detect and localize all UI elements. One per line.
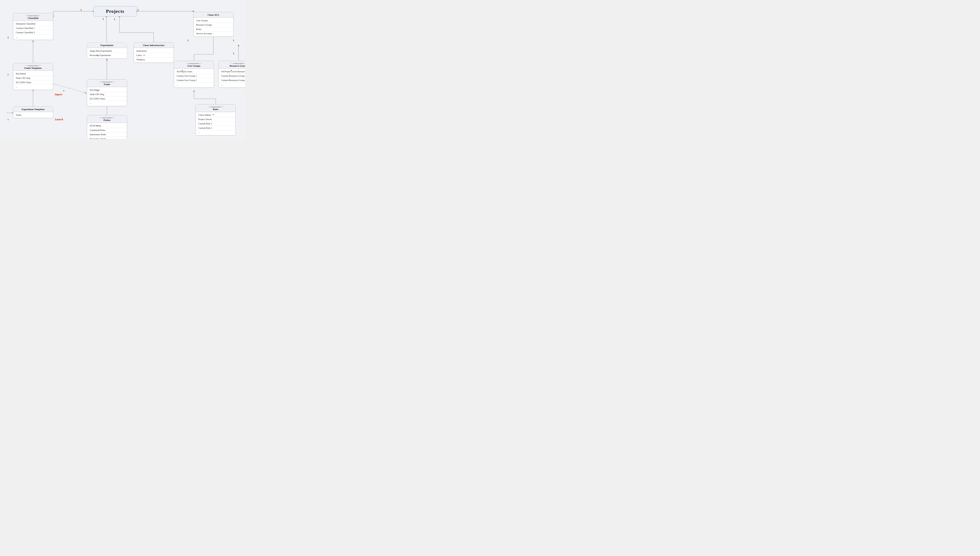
experiments-box: Experiments Single Run Experiments Recur… bbox=[87, 42, 127, 58]
projects-title: Projects bbox=[106, 8, 125, 14]
svg-point-13 bbox=[193, 11, 194, 12]
svg-line-5 bbox=[107, 37, 107, 42]
chaoshub-title: ChaosHub bbox=[15, 17, 51, 19]
chaos-acl-box: Chaos ACL User Groups Resource Groups Ro… bbox=[193, 12, 233, 37]
probes-stereotype: <<enumeration>> bbox=[89, 116, 125, 119]
chaos-infrastructure-box: Chaos Infrastructure Kubernetes Linux Wi… bbox=[134, 42, 174, 63]
list-item: Project Viewer bbox=[196, 117, 235, 121]
list-item: Custom User Group 1 bbox=[174, 74, 214, 78]
svg-point-19 bbox=[32, 40, 34, 42]
svg-marker-25 bbox=[84, 92, 87, 94]
list-item: Roles bbox=[194, 27, 233, 31]
chaos-acl-header: Chaos ACL bbox=[194, 12, 233, 18]
roles-title: Roles bbox=[198, 108, 233, 110]
list-item: EC2 DNS Chaos bbox=[13, 80, 53, 85]
list-item: Enterprise ChaosHub bbox=[13, 22, 53, 26]
experiments-title: Experiments bbox=[89, 44, 125, 47]
label-star-faults: * bbox=[97, 89, 98, 93]
list-item: All Project Users bbox=[174, 70, 214, 74]
faults-items: Pod Delete Node CPU Hog EC2 DNS Chaos ..… bbox=[87, 87, 127, 106]
list-item: ... bbox=[196, 130, 235, 134]
list-item: Custom Resources Group 1 bbox=[219, 74, 245, 78]
list-item: Resource Groups bbox=[194, 23, 233, 27]
label-star-probes: * bbox=[97, 124, 98, 128]
label-star-experiments: * bbox=[97, 54, 98, 57]
roles-box: <<enumeration>> Roles Chaos Admin Projec… bbox=[196, 104, 236, 136]
chaos-infrastructure-header: Chaos Infrastructure bbox=[134, 42, 173, 48]
list-item: User Groups bbox=[194, 18, 233, 23]
label-star-import: * bbox=[63, 89, 65, 93]
diagram-container: Projects <<enumeration>> ChaosHub Enterp… bbox=[0, 0, 245, 139]
probes-title: Probes bbox=[89, 119, 125, 121]
list-item: Command Probe bbox=[87, 128, 127, 133]
resource-groups-box: <<enumeration>> Resource Groups All Proj… bbox=[218, 61, 245, 88]
list-item: Pod Delete bbox=[87, 88, 127, 92]
list-item: Prometheus Probe bbox=[87, 137, 127, 139]
list-item: Windows bbox=[134, 58, 173, 61]
label-1-projects-left: 1 bbox=[80, 8, 82, 12]
list-item: ... bbox=[174, 82, 214, 87]
svg-point-35 bbox=[193, 91, 195, 92]
list-item: ... bbox=[13, 35, 53, 39]
experiments-items: Single Run Experiments Recurring Experim… bbox=[87, 48, 127, 58]
probes-box: <<enumeration>> Probes HTTP Probe Comman… bbox=[87, 115, 127, 139]
label-star-faults-templates: * bbox=[7, 73, 9, 77]
label-star-experiment-templates: * bbox=[7, 118, 9, 122]
roles-header: <<enumeration>> Roles bbox=[196, 104, 235, 112]
resource-groups-title: Resource Groups bbox=[221, 65, 245, 67]
list-item: Faults bbox=[13, 113, 53, 117]
experiment-templates-box: Experiment Templates Faults bbox=[13, 107, 53, 118]
faults-stereotype: <<enumeration>> bbox=[89, 81, 125, 83]
svg-point-15 bbox=[106, 59, 108, 61]
probes-items: HTTP Probe Command Probe Kubernetes Prob… bbox=[87, 123, 127, 139]
list-item: Service Accounts bbox=[194, 31, 233, 36]
label-1-projects-mid1: 1 bbox=[102, 17, 104, 21]
roles-items: Chaos Admin Project Viewer Custom Role 1… bbox=[196, 112, 235, 135]
list-item: Kubernetes bbox=[134, 49, 173, 53]
faults-templates-items: Pod Delete Node CPU Hog EC2 DNS Chaos ..… bbox=[13, 71, 53, 90]
label-import: Import bbox=[55, 93, 62, 96]
label-1-chaoshub-left: 1 bbox=[7, 36, 9, 39]
label-1-acl-resource2: 1 bbox=[233, 52, 235, 55]
roles-stereotype: <<enumeration>> bbox=[198, 106, 233, 108]
label-star-chaos-infra: * bbox=[143, 54, 145, 57]
chaos-infrastructure-items: Kubernetes Linux Windows bbox=[134, 48, 173, 63]
chaos-acl-items: User Groups Resource Groups Roles Servic… bbox=[194, 18, 233, 37]
label-star-user-groups: * bbox=[181, 69, 183, 73]
chaoshub-header: <<enumeration>> ChaosHub bbox=[13, 13, 53, 21]
label-1-projects-mid2: 1 bbox=[114, 17, 115, 21]
svg-line-24 bbox=[53, 84, 87, 93]
list-item: Linux bbox=[134, 53, 173, 58]
experiment-templates-items: Faults bbox=[13, 112, 53, 118]
list-item: Recurring Experiments bbox=[87, 53, 127, 57]
label-1-acl-resource: 1 bbox=[233, 39, 235, 42]
list-item: HTTP Probe bbox=[87, 124, 127, 128]
chaoshub-box: <<enumeration>> ChaosHub Enterprise Chao… bbox=[13, 13, 53, 40]
user-groups-title: User Groups bbox=[176, 65, 212, 67]
projects-box: Projects bbox=[94, 6, 137, 16]
user-groups-box: <<enumeration>> User Groups All Project … bbox=[174, 61, 214, 88]
label-1-projects-right: 1 bbox=[138, 8, 139, 12]
chaos-acl-title: Chaos ACL bbox=[196, 13, 231, 16]
list-item: ... bbox=[219, 82, 245, 87]
faults-header: <<enumeration>> Faults bbox=[87, 79, 127, 87]
faults-box: <<enumeration>> Faults Pod Delete Node C… bbox=[87, 79, 127, 106]
list-item: ... bbox=[87, 101, 127, 105]
list-item: Custom Role 2 bbox=[196, 126, 235, 130]
list-item: Single Run Experiments bbox=[87, 49, 127, 53]
list-item: Custom ChaosHub 2 bbox=[13, 31, 53, 35]
experiments-header: Experiments bbox=[87, 42, 127, 48]
user-groups-header: <<enumeration>> User Groups bbox=[174, 61, 214, 69]
probes-header: <<enumeration>> Probes bbox=[87, 115, 127, 123]
chaos-infrastructure-title: Chaos Infrastructure bbox=[136, 44, 172, 47]
svg-point-31 bbox=[238, 45, 240, 47]
label-1-acl-user: 1 bbox=[187, 39, 189, 42]
list-item: Custom ChaosHub 1 bbox=[13, 26, 53, 31]
list-item: Pod Delete bbox=[13, 72, 53, 76]
user-groups-items: All Project Users Custom User Group 1 Cu… bbox=[174, 69, 214, 87]
list-item: Node CPU Hog bbox=[13, 76, 53, 80]
list-item: Custom Resources Group 2 bbox=[219, 78, 245, 82]
label-star-roles: * bbox=[212, 113, 214, 117]
list-item: Kubernetes Probe bbox=[87, 133, 127, 137]
faults-templates-box: <<enumeration>> Faults Templates Pod Del… bbox=[13, 63, 53, 90]
